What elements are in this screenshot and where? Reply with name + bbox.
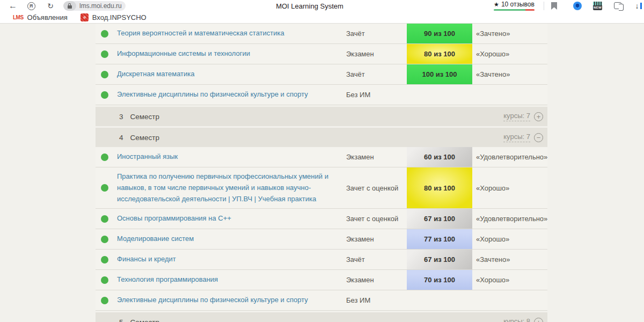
- assessment-type: Без ИМ: [346, 296, 407, 304]
- tabs-icon[interactable]: [614, 2, 621, 9]
- collapse-icon[interactable]: −: [534, 133, 543, 142]
- score-badge: 80 из 100: [407, 167, 472, 208]
- grade-text: «Зачтено»: [472, 30, 547, 38]
- score-badge: [407, 290, 472, 310]
- gradebook-table: Теория вероятностей и математическая ста…: [96, 24, 547, 322]
- course-link[interactable]: Иностранный язык: [117, 148, 346, 166]
- courses-count-link[interactable]: курсы: 7: [503, 133, 530, 142]
- table-row: Основы программирования на C++Зачет с оц…: [96, 209, 547, 229]
- status-dot-icon: [101, 91, 108, 99]
- grade-text: «Хорошо»: [472, 276, 547, 284]
- course-link[interactable]: Элективные дисциплины по физической куль…: [117, 291, 346, 310]
- extension-blue-icon[interactable]: [573, 2, 582, 10]
- table-row: Технология программированияЭкзамен70 из …: [96, 270, 547, 290]
- reviews-label: 10 отзывов: [501, 1, 535, 8]
- score-badge: 77 из 100: [407, 229, 472, 249]
- assessment-type: Зачёт: [346, 255, 407, 264]
- table-row: Иностранный языкЭкзамен60 из 100«Удовлет…: [96, 147, 547, 167]
- score-badge: 67 из 100: [407, 250, 472, 269]
- grade-text: «Удовлетворительно»: [472, 153, 547, 161]
- score-badge: 80 из 100: [407, 44, 472, 64]
- status-dot-icon: [101, 50, 108, 58]
- course-link[interactable]: Финансы и кредит: [117, 250, 346, 269]
- table-row: Моделирование системЭкзамен77 из 100«Хор…: [96, 229, 547, 250]
- assessment-type: Без ИМ: [346, 91, 407, 99]
- assessment-type: Экзамен: [346, 276, 407, 284]
- assessment-type: Экзамен: [346, 235, 407, 243]
- semester-controls: курсы: 7+: [503, 112, 543, 121]
- table-row: Финансы и кредитЗачёт67 из 100«Зачтено»: [96, 250, 547, 270]
- status-dot-icon: [101, 236, 108, 243]
- table-row: Теория вероятностей и математическая ста…: [96, 24, 547, 44]
- semester-number: 4: [119, 134, 123, 142]
- expand-icon[interactable]: +: [534, 112, 543, 121]
- semester-row[interactable]: 3Семестркурсы: 7+: [96, 107, 547, 126]
- courses-count-link[interactable]: курсы: 8: [503, 317, 530, 322]
- course-link[interactable]: Элективные дисциплины по физической куль…: [117, 85, 346, 104]
- semester-row[interactable]: 5Семестркурсы: 8+: [96, 312, 547, 322]
- status-dot-icon: [101, 184, 108, 192]
- score-badge: 90 из 100: [407, 24, 472, 43]
- grade-text: «Зачтено»: [472, 70, 547, 78]
- score-badge: 67 из 100: [407, 209, 472, 229]
- course-link[interactable]: Моделирование систем: [117, 230, 346, 248]
- extension-new-icon[interactable]: NEW: [593, 2, 602, 10]
- course-link[interactable]: Дискретная математика: [117, 65, 346, 84]
- course-link[interactable]: Основы программирования на C++: [117, 209, 346, 228]
- browser-window: ← Я ↻ lms.moi.edu.ru MOI Learning System…: [0, 0, 644, 322]
- bookmark-label: Вход.INPSYCHO: [92, 13, 147, 21]
- extension-new-pattern: [593, 2, 602, 5]
- assessment-type: Зачёт: [346, 70, 407, 78]
- courses-count-link[interactable]: курсы: 7: [503, 112, 530, 121]
- semester-controls: курсы: 7−: [503, 133, 543, 142]
- lms-logo-icon: LMS: [13, 14, 24, 20]
- rating-bar: [494, 9, 535, 11]
- status-dot-icon: [101, 215, 108, 223]
- bookmarks-bar: LMS Объявления Вход.INPSYCHO: [0, 12, 644, 24]
- semester-number: 5: [119, 318, 123, 322]
- table-row: Информационные системы и технологииЭкзам…: [96, 44, 547, 64]
- course-link[interactable]: Информационные системы и технологии: [117, 45, 346, 63]
- course-link[interactable]: Теория вероятностей и математическая ста…: [117, 24, 346, 43]
- semester-label: Семестр: [130, 113, 160, 121]
- expand-icon[interactable]: +: [534, 318, 543, 322]
- table-row: Практика по получению первичных професси…: [96, 167, 547, 209]
- assessment-type: Зачёт: [346, 30, 407, 38]
- score-badge: 70 из 100: [407, 270, 472, 290]
- table-row: Элективные дисциплины по физической куль…: [96, 290, 547, 311]
- bookmark-item-announcements[interactable]: LMS Объявления: [13, 13, 68, 21]
- grade-text: «Удовлетворительно»: [472, 215, 547, 223]
- extension-new-label: NEW: [593, 5, 602, 10]
- course-link[interactable]: Технология программирования: [117, 270, 346, 289]
- red-grid-logo-icon: [80, 13, 89, 21]
- score-badge: [407, 85, 472, 105]
- status-dot-icon: [101, 71, 108, 78]
- semester-label: Семестр: [130, 134, 160, 142]
- score-badge: 60 из 100: [407, 147, 472, 167]
- status-dot-icon: [101, 30, 108, 38]
- table-row: Дискретная математикаЗачёт100 из 100«Зач…: [96, 64, 547, 85]
- browser-toolbar: ← Я ↻ lms.moi.edu.ru MOI Learning System…: [0, 0, 644, 12]
- assessment-type: Зачет с оценкой: [346, 215, 407, 223]
- assessment-type: Зачет с оценкой: [346, 184, 407, 192]
- status-dot-icon: [101, 256, 108, 264]
- semester-number: 3: [119, 113, 123, 121]
- assessment-type: Экзамен: [346, 153, 407, 161]
- status-dot-icon: [101, 276, 108, 284]
- bookmark-label: Объявления: [27, 13, 68, 21]
- grade-text: «Зачтено»: [472, 255, 547, 264]
- grade-text: «Хорошо»: [472, 50, 547, 58]
- semester-row[interactable]: 4Семестркурсы: 7−: [96, 128, 547, 147]
- bookmark-item-inpsycho[interactable]: Вход.INPSYCHO: [80, 13, 147, 21]
- semester-label: Семестр: [130, 318, 160, 322]
- grade-text: «Хорошо»: [472, 184, 547, 192]
- table-row: Элективные дисциплины по физической куль…: [96, 85, 547, 105]
- assessment-type: Экзамен: [346, 50, 407, 58]
- grade-text: «Хорошо»: [472, 235, 547, 243]
- course-link[interactable]: Практика по получению первичных професси…: [117, 167, 346, 208]
- semester-controls: курсы: 8+: [503, 317, 543, 322]
- download-icon[interactable]: ↓: [632, 1, 642, 11]
- score-badge: 100 из 100: [407, 64, 472, 84]
- status-dot-icon: [101, 297, 108, 304]
- reviews-widget[interactable]: ★ 10 отзывов: [494, 1, 537, 11]
